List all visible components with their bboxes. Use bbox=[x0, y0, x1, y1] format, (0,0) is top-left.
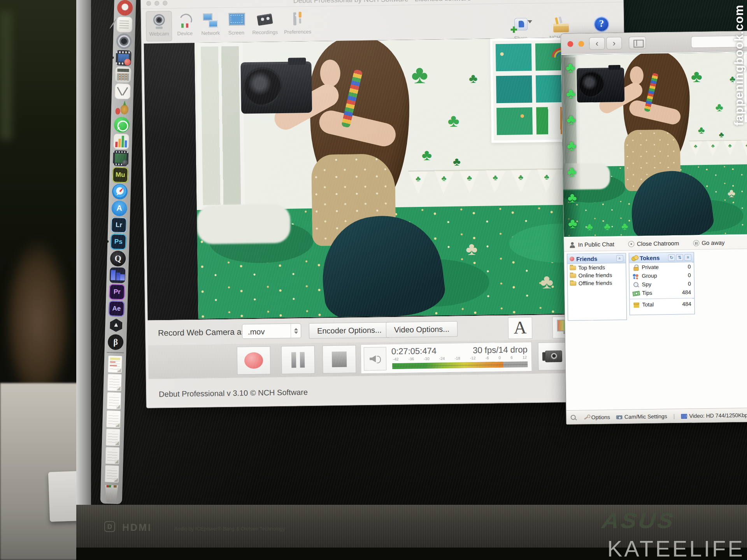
token-value: 0 bbox=[688, 280, 691, 287]
group-icon bbox=[633, 273, 639, 279]
friends-list-item[interactable]: Top friends bbox=[567, 263, 626, 272]
adobe-muse-icon[interactable]: Mu bbox=[112, 167, 128, 183]
forward-button[interactable]: › bbox=[606, 37, 622, 50]
sort-button[interactable]: ⇅ bbox=[676, 254, 683, 261]
safari-icon[interactable] bbox=[112, 184, 128, 200]
close-button[interactable] bbox=[567, 41, 573, 47]
photoshop-icon[interactable]: Ps bbox=[110, 234, 126, 250]
shamrock-icon bbox=[467, 174, 472, 182]
calculator-app-icon[interactable] bbox=[115, 66, 131, 82]
stop-button[interactable] bbox=[323, 345, 356, 373]
options-button[interactable]: Options bbox=[583, 414, 610, 420]
tab-screen[interactable]: Screen bbox=[223, 10, 249, 40]
screen-recorder-app-icon[interactable] bbox=[116, 50, 132, 66]
cam-stream: KateeLife bbox=[561, 51, 747, 237]
macos-dock[interactable]: Mu A Lr Ps Q Pr Ae β bbox=[100, 0, 136, 504]
collapse-button[interactable] bbox=[616, 255, 623, 261]
notes-app-icon[interactable] bbox=[116, 16, 132, 32]
browser-titlebar: ‹ › bbox=[561, 30, 747, 54]
sidebar-button[interactable] bbox=[629, 37, 646, 49]
lightroom-icon[interactable]: Lr bbox=[111, 217, 127, 233]
encoder-options-button[interactable]: Encoder Options... bbox=[309, 322, 390, 339]
total-label: Total bbox=[642, 301, 654, 308]
chevron-down-icon bbox=[528, 20, 532, 23]
tab-webcam[interactable]: Webcam bbox=[146, 11, 172, 42]
quicktime-icon[interactable]: Q bbox=[110, 250, 126, 266]
dock-document-icon[interactable] bbox=[108, 355, 122, 373]
network-icon bbox=[202, 12, 219, 28]
room-wall-light bbox=[0, 12, 12, 140]
after-effects-icon[interactable]: Ae bbox=[109, 301, 124, 317]
record-as-label: Record Web Camera as: bbox=[158, 327, 248, 338]
record-button[interactable] bbox=[237, 346, 271, 374]
close-chatroom-button[interactable]: Close Chatroom bbox=[628, 240, 679, 247]
dock-document-icon[interactable] bbox=[107, 392, 121, 410]
public-chat-status[interactable]: In Public Chat bbox=[569, 241, 614, 248]
clipper-app-icon[interactable] bbox=[115, 83, 131, 99]
public-chat-label: In Public Chat bbox=[578, 241, 614, 248]
monitor-bezel-left bbox=[76, 0, 91, 505]
tab-preferences[interactable]: Preferences bbox=[281, 9, 314, 40]
tab-recordings[interactable]: Recordings bbox=[249, 9, 281, 40]
friends-list-item[interactable]: Offline friends bbox=[568, 279, 626, 287]
paper-shamrock bbox=[466, 240, 478, 257]
banner-flag bbox=[740, 140, 747, 156]
cam-mic-settings-button[interactable]: Cam/Mic Settings bbox=[616, 413, 667, 420]
minimize-button[interactable] bbox=[578, 41, 584, 47]
friends-list-item[interactable]: Online friends bbox=[568, 271, 626, 280]
go-away-label: Go away bbox=[701, 239, 724, 246]
format-dropdown[interactable]: .mov bbox=[242, 323, 302, 339]
shamrock-icon bbox=[416, 175, 421, 182]
whatsapp-icon[interactable] bbox=[114, 117, 130, 133]
go-away-button[interactable]: Go away bbox=[693, 239, 724, 246]
help-icon bbox=[594, 17, 609, 32]
girl-face bbox=[630, 66, 644, 84]
app-store-icon[interactable]: A bbox=[111, 200, 127, 216]
dock-document-icon[interactable] bbox=[107, 374, 122, 391]
dock-document-icon[interactable] bbox=[105, 465, 119, 483]
speaker-mute-button[interactable] bbox=[364, 347, 387, 371]
dock-document-icon[interactable] bbox=[105, 447, 119, 464]
back-button[interactable]: ‹ bbox=[589, 37, 605, 50]
unity-icon[interactable] bbox=[108, 317, 124, 333]
tokens-title: Tokens bbox=[640, 254, 660, 261]
beta-app-icon[interactable]: β bbox=[108, 334, 124, 350]
tropical-app-icon[interactable] bbox=[114, 100, 130, 116]
dock-document-icon[interactable] bbox=[106, 410, 121, 428]
zoom-button[interactable] bbox=[163, 1, 167, 5]
minimize-button[interactable] bbox=[154, 1, 159, 5]
shamrock-icon bbox=[694, 144, 697, 149]
close-button[interactable] bbox=[146, 1, 151, 6]
webcam-icon bbox=[151, 13, 167, 29]
pause-button[interactable] bbox=[281, 346, 315, 374]
zoom-control[interactable] bbox=[570, 415, 577, 421]
dock-document-icon[interactable] bbox=[106, 429, 120, 446]
audio-meter-panel: 0:27:05:474 30 fps/14 drop -42-36-30-24-… bbox=[361, 342, 532, 374]
charts-app-icon[interactable] bbox=[113, 133, 129, 149]
text-overlay-button[interactable]: A bbox=[508, 317, 533, 339]
tab-network[interactable]: Network bbox=[198, 10, 224, 41]
share-button[interactable]: Share bbox=[505, 18, 537, 41]
premiere-icon[interactable]: Pr bbox=[109, 284, 125, 300]
shamrock-decor bbox=[719, 131, 724, 138]
list-button[interactable]: ≡ bbox=[684, 254, 691, 261]
ps-glyph: Ps bbox=[114, 238, 123, 246]
friends-icon bbox=[570, 257, 574, 261]
videopad-app-icon[interactable] bbox=[113, 150, 129, 166]
trash-icon[interactable] bbox=[104, 484, 119, 502]
pause-icon bbox=[291, 352, 305, 368]
video-quality-status[interactable]: Video: HD 744/1250Kbps@14fps bbox=[681, 412, 747, 419]
friends-header: Friends bbox=[567, 254, 626, 264]
webcam-app-icon[interactable] bbox=[116, 33, 132, 49]
tab-device[interactable]: Device bbox=[172, 10, 198, 41]
clover-icon bbox=[586, 222, 593, 232]
blue-app-icon[interactable] bbox=[109, 267, 125, 283]
ae-glyph: Ae bbox=[112, 304, 121, 313]
shamrock-icon bbox=[711, 143, 715, 149]
paper-shamrock bbox=[540, 271, 554, 291]
clover-icon bbox=[568, 217, 577, 231]
friends-item-label: Offline friends bbox=[579, 280, 612, 286]
video-options-button[interactable]: Video Options... bbox=[386, 321, 458, 338]
red-app-icon[interactable] bbox=[117, 0, 133, 16]
refresh-button[interactable]: ↻ bbox=[668, 254, 675, 261]
